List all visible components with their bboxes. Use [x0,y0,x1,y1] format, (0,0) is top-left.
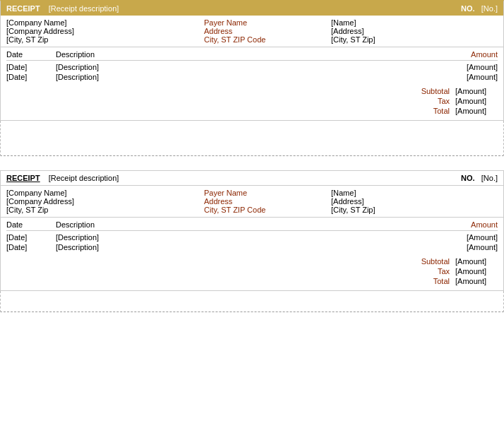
row1-desc-2: [Description] [56,233,427,242]
company-address-1: [Company Address] [6,27,204,35]
tax-value-1: [Amount] [455,97,498,105]
table-row: [Date] [Description] [Amount] [6,242,498,252]
no-value-1: [No.] [481,4,498,13]
payee-name-2: [Name] [331,189,498,197]
payee-city-1: [City, ST Zip] [331,35,498,44]
subtotal-value-2: [Amount] [455,257,498,266]
col-amount-header-1: Amount [427,50,498,59]
company-name-1: [Company Name] [6,18,204,27]
payee-city-2: [City, ST Zip] [331,206,498,214]
subtotal-row-2: Subtotal [Amount] [6,256,498,266]
payer-address-1: Address [204,27,331,35]
receipt-no-1: NO. [No.] [461,4,498,13]
receipt-info-1: [Company Name] [Company Address] [City, … [1,16,503,47]
col-desc-header-1: Description [56,50,427,59]
company-address-2: [Company Address] [6,197,204,206]
tax-row-2: Tax [Amount] [6,266,498,276]
row2-date-2: [Date] [6,243,56,251]
subtotal-label-1: Subtotal [407,87,450,95]
between-space [0,156,504,170]
totals-section-2: Subtotal [Amount] Tax [Amount] Total [Am… [1,255,503,290]
table-row: [Date] [Description] [Amount] [6,62,498,72]
total-label-2: Total [407,277,450,285]
col-date-header-2: Date [6,220,56,229]
subtotal-value-1: [Amount] [455,87,498,95]
totals-section-1: Subtotal [Amount] Tax [Amount] Total [Am… [1,85,503,120]
receipt-header-2: RECEIPT [Receipt description] NO. [No.] [1,171,503,186]
row2-desc-2: [Description] [56,243,427,251]
payee-address-1: [Address] [331,27,498,35]
receipt-block-1: RECEIPT [Receipt description] NO. [No.] … [0,0,504,121]
total-value-1: [Amount] [455,107,498,115]
payer-info-1: Payer Name Address City, ST ZIP Code [204,18,331,44]
receipt-table-2: Date Description Amount [Date] [Descript… [1,218,503,255]
company-info-1: [Company Name] [Company Address] [City, … [6,18,204,44]
table-row: [Date] [Description] [Amount] [6,72,498,82]
row2-date-1: [Date] [6,73,56,81]
receipt-info-2: [Company Name] [Company Address] [City, … [1,186,503,218]
row1-amount-2: [Amount] [427,233,498,242]
tax-row-1: Tax [Amount] [6,96,498,106]
receipt-header-left-1: RECEIPT [Receipt description] [6,4,119,13]
tax-label-1: Tax [407,97,450,105]
tax-value-2: [Amount] [455,267,498,275]
payee-name-1: [Name] [331,18,498,27]
company-name-2: [Company Name] [6,189,204,197]
table-header-2: Date Description Amount [6,220,498,231]
subtotal-label-2: Subtotal [407,257,450,266]
payer-city-1: City, ST ZIP Code [204,35,331,44]
row1-desc-1: [Description] [56,63,427,71]
receipt-table-1: Date Description Amount [Date] [Descript… [1,47,503,85]
row2-amount-2: [Amount] [427,243,498,251]
col-amount-header-2: Amount [427,220,498,229]
receipt-no-2: NO. [No.] [461,174,498,182]
row1-amount-1: [Amount] [427,63,498,71]
total-row-1: Total [Amount] [6,106,498,116]
row2-amount-1: [Amount] [427,73,498,81]
payer-name-1: Payer Name [204,18,331,27]
receipt-label-2: RECEIPT [6,174,40,182]
total-label-1: Total [407,107,450,115]
row1-date-1: [Date] [6,63,56,71]
receipt-block-2: RECEIPT [Receipt description] NO. [No.] … [0,170,504,291]
company-city-2: [City, ST Zip [6,206,204,214]
table-header-1: Date Description Amount [6,50,498,61]
payee-info-2: [Name] [Address] [City, ST Zip] [331,189,498,214]
row2-desc-1: [Description] [56,73,427,81]
receipt-container: RECEIPT [Receipt description] NO. [No.] … [0,0,504,312]
receipt-header-left-2: RECEIPT [Receipt description] [6,174,119,182]
no-label-1: NO. [461,4,475,13]
payer-city-2: City, ST ZIP Code [204,206,331,214]
total-value-2: [Amount] [455,277,498,285]
receipt-desc-1: [Receipt description] [49,4,119,13]
payee-address-2: [Address] [331,197,498,206]
total-row-2: Total [Amount] [6,276,498,286]
no-label-2: NO. [461,174,475,182]
bottom-spacer [0,291,504,312]
company-city-1: [City, ST Zip [6,35,204,44]
tax-label-2: Tax [407,267,450,275]
col-desc-header-2: Description [56,220,427,229]
table-row: [Date] [Description] [Amount] [6,232,498,242]
company-info-2: [Company Name] [Company Address] [City, … [6,189,204,214]
subtotal-row-1: Subtotal [Amount] [6,86,498,96]
row1-date-2: [Date] [6,233,56,242]
receipt-desc-2: [Receipt description] [49,174,119,182]
payer-name-2: Payer Name [204,189,331,197]
receipt-spacer [0,121,504,156]
no-value-2: [No.] [481,174,498,182]
receipt-label-1: RECEIPT [6,4,40,13]
receipt-header-1: RECEIPT [Receipt description] NO. [No.] [1,1,503,16]
payer-address-2: Address [204,197,331,206]
payer-info-2: Payer Name Address City, ST ZIP Code [204,189,331,214]
payee-info-1: [Name] [Address] [City, ST Zip] [331,18,498,44]
col-date-header-1: Date [6,50,56,59]
